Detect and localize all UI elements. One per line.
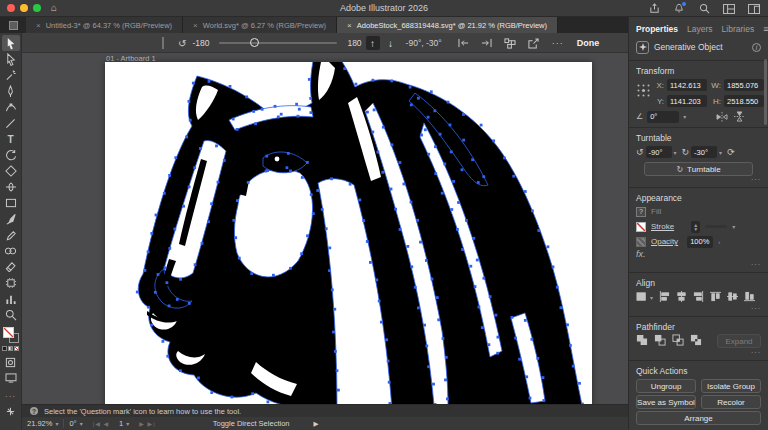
chevron-down-icon[interactable]: ▾ <box>674 149 677 156</box>
type-tool[interactable]: T <box>2 131 20 147</box>
fx-effects-button[interactable]: fx. <box>636 249 761 261</box>
turntable-more-icon[interactable]: ··· <box>636 176 761 184</box>
angle-presets-label[interactable]: -90°, -30° <box>406 38 442 48</box>
magic-wand-tool[interactable] <box>2 67 20 83</box>
workspace-icon[interactable] <box>723 3 735 15</box>
recolor-button[interactable]: Recolor <box>701 395 761 409</box>
selection-tool[interactable] <box>2 35 20 51</box>
export-icon[interactable] <box>528 38 539 49</box>
chevron-down-icon[interactable]: ▾ <box>719 149 722 156</box>
turntable-reset-icon[interactable]: ⟳ <box>727 147 735 157</box>
x-field[interactable]: 1142.613 <box>667 79 707 91</box>
curvature-tool[interactable] <box>2 99 20 115</box>
align-top-icon[interactable] <box>710 288 721 306</box>
rotation-slider-handle[interactable] <box>250 38 259 47</box>
question-mark-icon[interactable]: ? <box>30 407 38 415</box>
rotate-up-button[interactable]: ↑ <box>366 36 380 50</box>
rotate-tool[interactable] <box>2 147 20 163</box>
y-field[interactable]: 1141.203 <box>667 95 707 107</box>
arrange-button[interactable]: Arrange <box>636 411 761 425</box>
pencil-tool[interactable] <box>2 227 20 243</box>
turntable-button[interactable]: ↻ Turntable <box>644 162 753 176</box>
appearance-more-icon[interactable]: ··· <box>636 261 761 269</box>
artboard-tool[interactable] <box>2 275 20 291</box>
node-graph-icon[interactable] <box>504 38 516 49</box>
line-segment-tool[interactable] <box>2 115 20 131</box>
align-right-icon[interactable] <box>693 288 704 306</box>
pathfinder-exclude-icon[interactable] <box>690 332 702 350</box>
notifications-icon[interactable] <box>673 3 685 15</box>
arrange-windows-icon[interactable] <box>748 3 760 15</box>
fill-unknown-icon[interactable]: ? <box>636 207 646 217</box>
zoom-level-select[interactable]: 21.92% ▾ <box>22 417 63 430</box>
rotation-select[interactable]: 0° ▾ <box>64 417 87 430</box>
align-bottom-icon[interactable] <box>744 288 755 306</box>
zoom-tool[interactable] <box>2 307 20 323</box>
done-button[interactable]: Done <box>577 38 600 48</box>
fill-stroke-control[interactable] <box>3 327 19 343</box>
minimize-window-button[interactable] <box>20 4 28 12</box>
status-expand-icon[interactable]: ▶ <box>313 420 318 428</box>
chevron-down-icon[interactable]: ▾ <box>683 113 686 120</box>
turntable-pitch-select[interactable]: -30° <box>691 146 717 158</box>
panel-menu-icon[interactable]: ≡ <box>763 24 768 34</box>
stroke-weight-field[interactable] <box>705 225 727 228</box>
rectangle-tool[interactable] <box>2 195 20 211</box>
first-artboard-nav-icon[interactable]: |◀ ◀ <box>88 417 114 430</box>
tab-libraries[interactable]: Libraries <box>722 24 755 34</box>
align-middle-icon[interactable] <box>727 288 738 306</box>
align-left-icon[interactable] <box>659 288 670 306</box>
screen-mode-icon[interactable] <box>2 370 20 386</box>
draw-mode-icon[interactable] <box>2 354 20 370</box>
toolbar-more-icon[interactable]: ··· <box>5 392 16 401</box>
align-more-icon[interactable]: ··· <box>636 305 761 313</box>
close-tab-icon[interactable]: × <box>36 21 41 30</box>
close-tab-icon[interactable]: × <box>193 21 198 30</box>
scale-tool[interactable] <box>2 163 20 179</box>
color-swatch-icon[interactable] <box>2 346 7 351</box>
stroke-weight-stepper[interactable]: ▲▼ <box>691 221 700 233</box>
home-icon[interactable]: ⌂ <box>51 3 57 13</box>
search-icon[interactable] <box>698 3 710 15</box>
h-field[interactable]: 2518.550 <box>724 95 764 107</box>
save-as-symbol-button[interactable]: Save as Symbol <box>636 395 696 409</box>
gradient-swatch-icon[interactable] <box>8 346 13 351</box>
eraser-tool[interactable] <box>2 259 20 275</box>
zoom-window-button[interactable] <box>33 4 41 12</box>
pathfinder-minus-front-icon[interactable] <box>654 332 666 350</box>
rotate-down-button[interactable]: ↓ <box>384 36 398 50</box>
close-tab-icon[interactable]: × <box>347 21 352 30</box>
opacity-label[interactable]: Opacity <box>651 237 678 246</box>
align-right-edge-icon[interactable] <box>481 38 492 48</box>
stroke-label[interactable]: Stroke <box>651 222 674 231</box>
tab-layers[interactable]: Layers <box>687 24 713 34</box>
artboard-number-select[interactable]: 1 ▾ <box>114 417 134 430</box>
isolate-group-button[interactable]: Isolate Group <box>701 379 761 393</box>
tab-world-svg[interactable]: × World.svg* @ 6.27 % (RGB/Preview) <box>183 17 337 33</box>
flip-horizontal-icon[interactable] <box>716 108 728 126</box>
opacity-field[interactable]: 100% <box>687 236 713 248</box>
w-field[interactable]: 1855.076 <box>724 79 764 91</box>
toolbar-grip-handle[interactable] <box>162 37 164 49</box>
ungroup-button[interactable]: Ungroup <box>636 379 696 393</box>
blend-tool[interactable] <box>2 243 20 259</box>
width-tool[interactable] <box>2 179 20 195</box>
flip-vertical-icon[interactable] <box>734 108 745 126</box>
artboard[interactable] <box>105 62 592 404</box>
panel-scrollbar[interactable] <box>764 59 767 125</box>
fill-swatch-none[interactable] <box>3 327 14 338</box>
opacity-swatch-icon[interactable] <box>636 237 646 247</box>
chevron-right-icon[interactable]: › <box>718 239 720 245</box>
pen-tool[interactable] <box>2 83 20 99</box>
canvas-area[interactable]: 01 - Artboard 1 <box>22 53 628 404</box>
stroke-none-swatch[interactable] <box>636 222 646 232</box>
info-icon[interactable]: i <box>752 43 761 52</box>
rotation-angle-select[interactable]: 0° <box>647 111 679 123</box>
horse-artwork[interactable] <box>105 62 592 404</box>
pathfinder-more-icon[interactable]: ··· <box>636 349 761 357</box>
paintbrush-tool[interactable] <box>2 211 20 227</box>
reference-point-grid[interactable] <box>636 83 651 98</box>
rotation-slider[interactable] <box>219 42 337 44</box>
close-window-button[interactable] <box>7 4 15 12</box>
direct-selection-tool[interactable] <box>2 51 20 67</box>
